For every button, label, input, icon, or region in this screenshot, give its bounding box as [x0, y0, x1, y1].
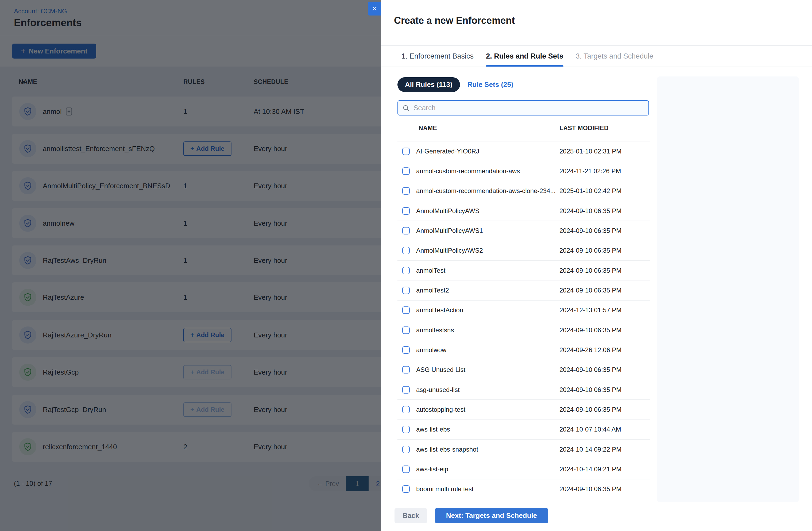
rule-name: anmol-custom-recommendation-aws-clone-23… — [416, 187, 556, 195]
rules-column-name: NAME — [419, 125, 437, 132]
rule-name: anmolTestAction — [416, 306, 463, 314]
rule-checkbox[interactable] — [402, 207, 410, 215]
rule-name: anmol-custom-recommendation-aws — [416, 167, 520, 175]
rule-checkbox[interactable] — [402, 366, 410, 374]
back-button[interactable]: Back — [394, 508, 427, 523]
rules-table-header: NAME LAST MODIFIED — [397, 125, 650, 133]
rule-checkbox[interactable] — [402, 485, 410, 493]
rule-last-modified: 2024-09-10 06:35 PM — [560, 406, 621, 413]
rule-row[interactable]: AI-Generated-YIO0RJ2025-01-10 02:31 PM — [397, 141, 650, 161]
rule-checkbox[interactable] — [402, 327, 410, 334]
rule-last-modified: 2024-09-26 12:06 PM — [560, 346, 621, 354]
rule-name: AnmolMultiPolicyAWS — [416, 207, 479, 215]
rule-last-modified: 2024-09-10 06:35 PM — [560, 386, 621, 393]
rule-row[interactable]: anmolTest22024-09-10 06:35 PM — [397, 281, 650, 300]
modal-dim-overlay — [0, 0, 381, 531]
wizard-tabs: 1. Enforcement Basics2. Rules and Rule S… — [381, 45, 812, 67]
rule-last-modified: 2024-09-10 06:35 PM — [560, 207, 621, 215]
rule-last-modified: 2024-09-10 06:35 PM — [560, 327, 621, 334]
rule-checkbox[interactable] — [402, 147, 410, 155]
rule-checkbox[interactable] — [402, 346, 410, 354]
wizard-tab-1[interactable]: 1. Enforcement Basics — [402, 46, 474, 67]
rule-row[interactable]: anmol-custom-recommendation-aws-clone-23… — [397, 181, 650, 201]
rule-last-modified: 2024-10-14 09:21 PM — [560, 465, 621, 473]
rule-checkbox[interactable] — [402, 406, 410, 413]
rule-last-modified: 2025-01-10 02:42 PM — [560, 187, 621, 195]
wizard-tab-3: 3. Targets and Schedule — [576, 46, 653, 67]
rule-last-modified: 2024-09-10 06:35 PM — [560, 247, 621, 254]
rule-checkbox[interactable] — [402, 386, 410, 393]
rule-row[interactable]: AnmolMultiPolicyAWS2024-09-10 06:35 PM — [397, 201, 650, 221]
rule-last-modified: 2024-12-13 01:57 PM — [560, 306, 621, 314]
rule-row[interactable]: aws-list-eip2024-10-14 09:21 PM — [397, 459, 650, 479]
rule-checkbox[interactable] — [402, 167, 410, 175]
rule-row[interactable]: boomi multi rule test2024-09-10 06:35 PM — [397, 479, 650, 499]
all-rules-filter[interactable]: All Rules (113) — [397, 77, 460, 92]
rule-last-modified: 2024-09-10 06:35 PM — [560, 485, 621, 493]
rule-last-modified: 2024-11-21 02:26 PM — [560, 167, 621, 175]
rule-name: anmolTest — [416, 267, 445, 274]
rules-column-last-modified: LAST MODIFIED — [560, 125, 609, 132]
create-enforcement-drawer: × Create a new Enforcement 1. Enforcemen… — [381, 0, 812, 531]
rule-row[interactable]: AnmolMultiPolicyAWS12024-09-10 06:35 PM — [397, 221, 650, 241]
close-icon: × — [372, 4, 377, 13]
rule-last-modified: 2024-09-10 06:35 PM — [560, 267, 621, 274]
rule-row[interactable]: anmolTest2024-09-10 06:35 PM — [397, 261, 650, 281]
rule-row[interactable]: asg-unused-list2024-09-10 06:35 PM — [397, 380, 650, 400]
next-targets-schedule-button[interactable]: Next: Targets and Schedule — [435, 508, 548, 523]
rule-row[interactable]: ASG Unused List2024-09-10 06:35 PM — [397, 360, 650, 380]
rule-last-modified: 2025-01-10 02:31 PM — [560, 147, 621, 155]
rule-row[interactable]: anmoltestsns2024-09-10 06:35 PM — [397, 320, 650, 340]
rule-sets-filter[interactable]: Rule Sets (25) — [467, 81, 513, 89]
rule-row[interactable]: anmol-custom-recommendation-aws2024-11-2… — [397, 161, 650, 181]
rule-checkbox[interactable] — [402, 287, 410, 294]
drawer-title: Create a new Enforcement — [394, 15, 515, 26]
rule-checkbox[interactable] — [402, 306, 410, 314]
search-box — [397, 100, 649, 115]
rule-checkbox[interactable] — [402, 465, 410, 473]
selected-rules-preview-panel — [657, 76, 799, 502]
rule-row[interactable]: AnmolMultiPolicyAWS22024-09-10 06:35 PM — [397, 241, 650, 261]
close-button[interactable]: × — [368, 2, 381, 15]
rule-name: asg-unused-list — [416, 386, 460, 393]
rule-last-modified: 2024-10-14 09:22 PM — [560, 446, 621, 453]
rule-last-modified: 2024-09-10 06:35 PM — [560, 227, 621, 234]
rule-name: AnmolMultiPolicyAWS2 — [416, 247, 483, 254]
rule-name: AnmolMultiPolicyAWS1 — [416, 227, 483, 234]
rule-checkbox[interactable] — [402, 227, 410, 234]
rule-row[interactable]: aws-list-ebs2024-10-07 10:44 AM — [397, 420, 650, 440]
rule-last-modified: 2024-09-10 06:35 PM — [560, 287, 621, 294]
rule-checkbox[interactable] — [402, 187, 410, 195]
search-icon — [402, 104, 410, 112]
rule-last-modified: 2024-09-10 06:35 PM — [560, 366, 621, 374]
wizard-tab-2[interactable]: 2. Rules and Rule Sets — [486, 46, 563, 67]
rule-name: anmoltestsns — [416, 327, 454, 334]
rule-checkbox[interactable] — [402, 247, 410, 254]
rule-row[interactable]: aws-list-ebs-snapshot2024-10-14 09:22 PM — [397, 440, 650, 459]
rules-table: AI-Generated-YIO0RJ2025-01-10 02:31 PMan… — [397, 141, 650, 499]
rule-row[interactable]: anmolTestAction2024-12-13 01:57 PM — [397, 301, 650, 320]
rule-name: anmolTest2 — [416, 287, 449, 294]
rule-row[interactable]: autostopping-test2024-09-10 06:35 PM — [397, 400, 650, 419]
rule-checkbox[interactable] — [402, 426, 410, 433]
rule-name: anmolwow — [416, 346, 446, 354]
rule-last-modified: 2024-10-07 10:44 AM — [560, 426, 621, 433]
rule-checkbox[interactable] — [402, 267, 410, 274]
rule-name: aws-list-eip — [416, 465, 448, 473]
rule-name: AI-Generated-YIO0RJ — [416, 147, 479, 155]
rule-row[interactable]: anmolwow2024-09-26 12:06 PM — [397, 340, 650, 360]
rule-name: aws-list-ebs — [416, 426, 450, 433]
rule-name: aws-list-ebs-snapshot — [416, 446, 478, 453]
rule-name: autostopping-test — [416, 406, 465, 413]
rule-name: ASG Unused List — [416, 366, 465, 374]
search-input[interactable] — [414, 104, 644, 112]
rule-filters: All Rules (113) Rule Sets (25) — [397, 77, 513, 92]
rule-name: boomi multi rule test — [416, 485, 474, 493]
rule-checkbox[interactable] — [402, 446, 410, 453]
